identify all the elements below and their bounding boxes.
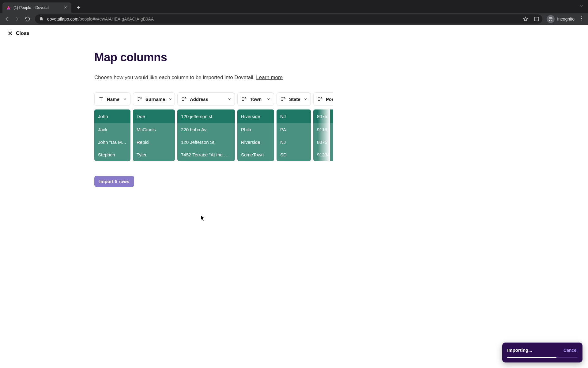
browser-tab[interactable]: (1) People – Dovetail	[2, 2, 71, 13]
tab-title: (1) People – Dovetail	[13, 6, 61, 10]
svg-point-3	[581, 18, 582, 19]
preview-cell: SomeTown	[237, 148, 274, 161]
chevron-down-icon	[123, 97, 127, 101]
close-icon	[7, 31, 13, 36]
column-surname: SurnameDoeMcGinnisRepiciTyler	[133, 92, 175, 161]
subtext-body: Choose how you would like each column to…	[94, 75, 256, 80]
column-mapping-dropdown[interactable]: Town	[237, 92, 274, 106]
browser-toolbar: dovetailapp.com /people#v=ewAiAHEAIgA6AC…	[0, 13, 588, 25]
toast-progress-fill	[507, 357, 556, 358]
tab-strip: (1) People – Dovetail	[0, 0, 588, 13]
column-label: State	[289, 97, 300, 102]
column-label: Surname	[145, 97, 165, 102]
back-button[interactable]	[4, 16, 10, 22]
field-type-icon	[137, 96, 142, 102]
field-type-icon	[281, 96, 286, 102]
incognito-icon	[547, 15, 555, 23]
bookmark-icon[interactable]	[523, 16, 528, 22]
preview-cell: Phila	[237, 123, 274, 136]
column-preview: 120 jefferson st.220 hobo Av.120 Jeffers…	[177, 109, 235, 161]
url-path: /people#v=ewAiAHEAIgA6ACIAIgB9AA	[78, 17, 154, 21]
toast-cancel-button[interactable]: Cancel	[564, 348, 578, 353]
column-mapping-table: NameJohnJackJohn "Da Man"StephenSurnameD…	[94, 92, 333, 161]
lock-icon	[39, 17, 43, 22]
column-preview: JohnJackJohn "Da Man"Stephen	[94, 109, 130, 161]
preview-cell: 8075	[313, 136, 333, 148]
preview-cell: Riverside	[237, 109, 274, 123]
preview-cell: 91234	[313, 148, 333, 161]
close-button[interactable]: Close	[0, 25, 588, 42]
url-host: dovetailapp.com	[47, 17, 78, 21]
column-mapping-dropdown[interactable]: Address	[177, 92, 235, 106]
toast-progress-track	[507, 357, 578, 358]
column-mapping-dropdown[interactable]: Surname	[133, 92, 175, 106]
column-address: Address120 jefferson st.220 hobo Av.120 …	[177, 92, 235, 161]
chevron-down-icon	[227, 97, 232, 101]
column-label: Name	[107, 97, 119, 102]
svg-point-2	[581, 16, 582, 17]
preview-cell: 9119	[313, 123, 333, 136]
browser-menu-icon[interactable]	[579, 16, 584, 22]
field-type-icon	[181, 96, 187, 102]
column-post: Post80759119807591234	[313, 92, 333, 161]
field-type-icon	[317, 96, 323, 102]
preview-cell: Repici	[133, 136, 175, 148]
preview-cell: Tyler	[133, 148, 175, 161]
field-type-icon	[241, 96, 247, 102]
field-type-icon	[98, 96, 104, 102]
preview-cell: SD	[277, 148, 311, 161]
preview-cell: 220 hobo Av.	[177, 123, 235, 136]
column-preview: DoeMcGinnisRepiciTyler	[133, 109, 175, 161]
column-state: StateNJPANJSD	[277, 92, 311, 161]
column-label: Town	[250, 97, 262, 102]
column-preview: 80759119807591234	[313, 109, 333, 161]
column-preview: RiversidePhilaRiversideSomeTown	[237, 109, 274, 161]
tab-overflow-icon[interactable]	[579, 3, 584, 10]
dovetail-favicon	[6, 5, 11, 10]
column-name: NameJohnJackJohn "Da Man"Stephen	[94, 92, 130, 161]
preview-cell: PA	[277, 123, 311, 136]
svg-rect-0	[534, 17, 539, 21]
preview-cell: 7452 Terrace "At the Pla…	[177, 148, 235, 161]
preview-cell: 120 Jefferson St.	[177, 136, 235, 148]
preview-cell: NJ	[277, 109, 311, 123]
chevron-down-icon	[303, 97, 308, 101]
forward-button	[14, 16, 20, 22]
preview-cell: John "Da Man"	[94, 136, 130, 148]
cursor-icon	[201, 215, 205, 221]
preview-cell: 120 jefferson st.	[177, 109, 235, 123]
preview-cell: McGinnis	[133, 123, 175, 136]
page-subtext: Choose how you would like each column to…	[94, 75, 333, 81]
map-columns-wizard: Map columns Choose how you would like ea…	[94, 51, 333, 187]
learn-more-link[interactable]: Learn more	[256, 75, 283, 80]
import-progress-toast: Importing... Cancel	[502, 343, 582, 362]
column-preview: NJPANJSD	[277, 109, 311, 161]
side-panel-icon[interactable]	[534, 16, 539, 22]
preview-cell: Jack	[94, 123, 130, 136]
incognito-label: Incognito	[557, 17, 575, 21]
svg-point-4	[581, 20, 582, 21]
preview-cell: NJ	[277, 136, 311, 148]
chevron-down-icon	[266, 97, 271, 101]
column-town: TownRiversidePhilaRiversideSomeTown	[237, 92, 274, 161]
import-button[interactable]: Import 5 rows	[94, 176, 134, 187]
new-tab-button[interactable]	[74, 3, 83, 12]
chevron-down-icon	[168, 97, 172, 101]
incognito-indicator[interactable]: Incognito	[547, 15, 575, 23]
page-title: Map columns	[94, 51, 333, 64]
preview-cell: Doe	[133, 109, 175, 123]
column-mapping-dropdown[interactable]: Name	[94, 92, 130, 106]
column-mapping-dropdown[interactable]: Post	[313, 92, 333, 106]
url-text: dovetailapp.com /people#v=ewAiAHEAIgA6AC…	[47, 17, 154, 21]
preview-cell: 8075	[313, 109, 333, 123]
column-mapping-dropdown[interactable]: State	[277, 92, 311, 106]
toast-title: Importing...	[507, 347, 532, 353]
column-label: Address	[190, 97, 208, 102]
preview-cell: Stephen	[94, 148, 130, 161]
address-bar[interactable]: dovetailapp.com /people#v=ewAiAHEAIgA6AC…	[35, 14, 542, 24]
page-content: Close Map columns Choose how you would l…	[0, 25, 588, 368]
reload-button[interactable]	[24, 16, 31, 22]
browser-chrome: (1) People – Dovetail dovetailapp.co	[0, 0, 588, 25]
preview-cell: John	[94, 109, 130, 123]
close-tab-icon[interactable]	[63, 5, 68, 10]
